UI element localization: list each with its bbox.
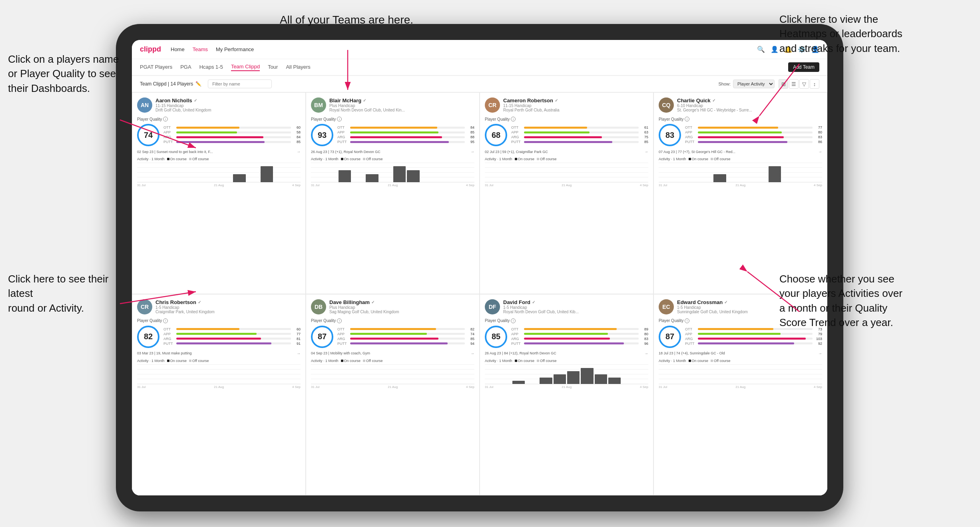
oncourse-dot bbox=[689, 158, 691, 160]
stat-label-ott: OTT bbox=[685, 327, 696, 331]
player-card[interactable]: BM Blair McHarg ✓ Plus Handicap Royal No… bbox=[306, 92, 480, 294]
quality-stats: OTT 89 APP 80 ARG 83 PU bbox=[511, 327, 648, 346]
quality-section: 68 OTT 61 APP 63 ARG 75 bbox=[485, 124, 648, 146]
quality-section: 82 OTT 60 APP 77 ARG 81 bbox=[137, 326, 301, 348]
show-select[interactable]: Player Activity bbox=[733, 80, 775, 88]
quality-label: Player Quality i bbox=[485, 117, 648, 121]
player-card[interactable]: CR Cameron Robertson ✓ 11-15 Handicap Ro… bbox=[480, 92, 653, 294]
stat-label-app: APP bbox=[685, 332, 696, 336]
tab-tour[interactable]: Tour bbox=[268, 64, 278, 71]
tab-pga[interactable]: PGA bbox=[180, 64, 191, 71]
quality-score[interactable]: 85 bbox=[485, 326, 507, 348]
latest-round[interactable]: 02 Jul 23 | 59 (+1), Craigmillar Park GC… bbox=[485, 149, 648, 154]
stat-row-arg: ARG 84 bbox=[163, 135, 301, 139]
quality-score[interactable]: 68 bbox=[485, 124, 507, 146]
chart-bar bbox=[393, 166, 406, 182]
search-input[interactable] bbox=[208, 80, 272, 88]
tab-team-clippd[interactable]: Team Clippd bbox=[231, 64, 260, 71]
legend-offcourse: Off course bbox=[363, 359, 382, 363]
quality-score[interactable]: 82 bbox=[137, 326, 159, 348]
nav-performance[interactable]: My Performance bbox=[216, 46, 254, 52]
latest-round-text: 26 Aug 23 | 84 (+12), Royal North Devon … bbox=[485, 351, 643, 355]
chart-bar bbox=[554, 374, 566, 384]
edit-icon[interactable]: ✏️ bbox=[195, 81, 201, 87]
player-card[interactable]: AN Aaron Nicholls ✓ 11-15 Handicap Drift… bbox=[132, 92, 306, 294]
player-card[interactable]: CR Chris Robertson ✓ 1-5 Handicap Craigm… bbox=[132, 294, 306, 496]
stat-value-app: 80 bbox=[814, 130, 822, 134]
grid-view-icon[interactable]: ⊞ bbox=[779, 79, 788, 89]
user-icon[interactable]: 👤 bbox=[771, 46, 779, 53]
player-card[interactable]: CQ Charlie Quick ✓ 6-10 Handicap St. Geo… bbox=[653, 92, 827, 294]
annotation-4: Click here to see their latest round or … bbox=[8, 272, 120, 315]
stat-value-app: 77 bbox=[293, 332, 301, 336]
offcourse-dot bbox=[363, 158, 365, 160]
chart-dates: 31 Jul 21 Aug 4 Sep bbox=[485, 385, 648, 389]
quality-stats: OTT 60 APP 58 ARG 84 PU bbox=[163, 125, 301, 145]
date-mid: 21 Aug bbox=[214, 385, 224, 389]
info-icon: i bbox=[163, 117, 168, 121]
player-info: David Ford ✓ 1-5 Handicap Royal North De… bbox=[503, 299, 648, 314]
player-name[interactable]: Dave Billingham ✓ bbox=[329, 299, 474, 305]
stat-value-ott: 84 bbox=[466, 125, 474, 129]
stat-bar-wrap-app bbox=[176, 333, 291, 335]
quality-score[interactable]: 93 bbox=[311, 124, 333, 146]
player-name[interactable]: Charlie Quick ✓ bbox=[677, 97, 822, 103]
chart-dates: 31 Jul 21 Aug 4 Sep bbox=[137, 385, 301, 389]
stat-bar-wrap-arg bbox=[698, 136, 813, 138]
chart-bar bbox=[339, 170, 351, 182]
latest-round[interactable]: 07 Aug 23 | 77 (+7), St George's Hill GC… bbox=[659, 149, 822, 154]
verified-icon: ✓ bbox=[363, 98, 366, 103]
filter-icon[interactable]: ▽ bbox=[799, 79, 809, 89]
player-name[interactable]: David Ford ✓ bbox=[503, 299, 648, 305]
list-view-icon[interactable]: ☰ bbox=[789, 79, 799, 89]
stat-value-putt: 92 bbox=[814, 342, 822, 346]
search-icon[interactable]: 🔍 bbox=[757, 46, 765, 53]
stat-row-app: APP 58 bbox=[163, 130, 301, 134]
oncourse-label: On course bbox=[692, 157, 709, 161]
chart-bar bbox=[261, 166, 273, 182]
player-name[interactable]: Aaron Nicholls ✓ bbox=[155, 97, 301, 103]
tab-pgat-players[interactable]: PGAT Players bbox=[140, 64, 172, 71]
chart-dates: 31 Jul 21 Aug 4 Sep bbox=[311, 183, 474, 187]
tab-all-players[interactable]: All Players bbox=[286, 64, 310, 71]
sort-icon[interactable]: ↕ bbox=[810, 79, 819, 89]
verified-icon: ✓ bbox=[712, 98, 715, 103]
quality-score[interactable]: 74 bbox=[137, 124, 159, 146]
player-name[interactable]: Chris Robertson ✓ bbox=[155, 299, 301, 305]
player-name[interactable]: Cameron Robertson ✓ bbox=[503, 97, 648, 103]
quality-score[interactable]: 83 bbox=[659, 124, 681, 146]
stat-label-ott: OTT bbox=[337, 327, 349, 331]
player-card[interactable]: DF David Ford ✓ 1-5 Handicap Royal North… bbox=[480, 294, 653, 496]
verified-icon: ✓ bbox=[724, 300, 727, 304]
latest-round[interactable]: 02 Sep 23 | Sunset round to get back int… bbox=[137, 149, 301, 154]
legend-oncourse: On course bbox=[167, 359, 187, 363]
latest-round[interactable]: 18 Jul 23 | 74 (+4), Sunningdale GC - Ol… bbox=[659, 351, 822, 356]
stat-value-app: 79 bbox=[814, 332, 822, 336]
nav-teams[interactable]: Teams bbox=[193, 46, 208, 52]
quality-score[interactable]: 87 bbox=[311, 326, 333, 348]
stat-value-ott: 82 bbox=[466, 327, 474, 331]
add-team-button[interactable]: Add Team bbox=[788, 62, 819, 72]
stat-label-arg: ARG bbox=[511, 135, 522, 139]
round-arrow-icon: → bbox=[818, 351, 822, 356]
stat-row-arg: ARG 103 bbox=[685, 337, 822, 341]
latest-round[interactable]: 03 Mar 23 | 19, Must make putting → bbox=[137, 351, 301, 356]
stat-bar-wrap-ott bbox=[350, 328, 465, 330]
latest-round[interactable]: 04 Sep 23 | Mobility with coach, Gym → bbox=[311, 351, 474, 356]
latest-round[interactable]: 26 Aug 23 | 84 (+12), Royal North Devon … bbox=[485, 351, 648, 356]
latest-round[interactable]: 26 Aug 23 | 73 (+1), Royal North Devon G… bbox=[311, 149, 474, 154]
stat-label-putt: PUTT bbox=[511, 342, 522, 346]
stat-value-app: 85 bbox=[466, 130, 474, 134]
date-mid: 21 Aug bbox=[562, 183, 572, 187]
nav-home[interactable]: Home bbox=[171, 46, 185, 52]
player-card[interactable]: DB Dave Billingham ✓ Plus Handicap Sag M… bbox=[306, 294, 480, 496]
latest-round-text: 02 Jul 23 | 59 (+1), Craigmillar Park GC bbox=[485, 150, 643, 154]
stat-value-ott: 60 bbox=[293, 125, 301, 129]
quality-stats: OTT 73 APP 79 ARG 103 P bbox=[685, 327, 822, 346]
stat-bar-wrap-app bbox=[524, 333, 639, 335]
quality-score[interactable]: 87 bbox=[659, 326, 681, 348]
player-name[interactable]: Blair McHarg ✓ bbox=[329, 97, 474, 103]
stat-row-putt: PUTT 91 bbox=[163, 342, 301, 346]
tab-hcaps[interactable]: Hcaps 1-5 bbox=[199, 64, 223, 71]
info-icon: i bbox=[337, 117, 342, 121]
